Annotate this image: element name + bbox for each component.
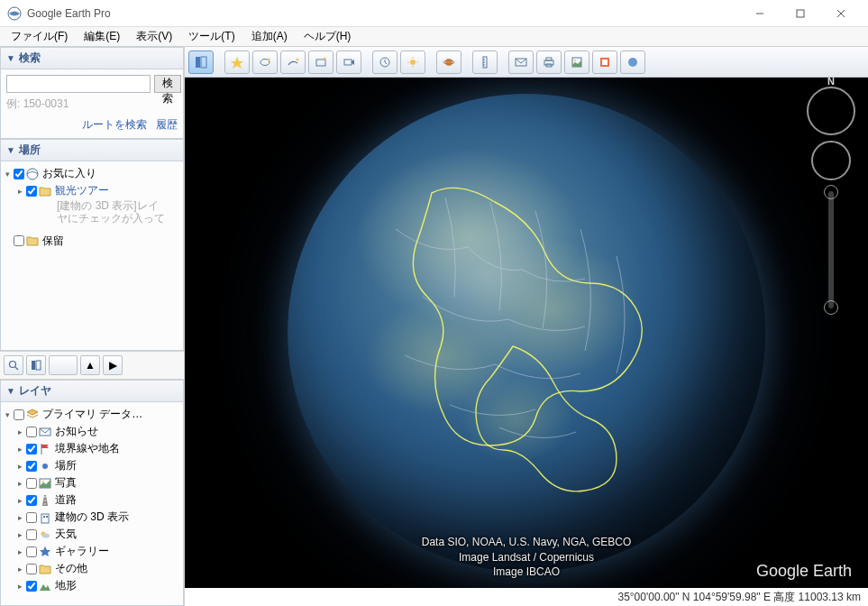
layer-checkbox[interactable]	[26, 564, 37, 574]
layer-item[interactable]: ▸道路	[3, 491, 181, 509]
layer-label: 建物の 3D 表示	[53, 510, 131, 525]
menu-add[interactable]: 追加(A)	[244, 27, 295, 46]
map-view[interactable]: N Data SIO, NOAA, U.S. Navy, NGA, GEBCO …	[185, 78, 868, 606]
maximize-button[interactable]	[780, 1, 820, 26]
tree-tour[interactable]: ▸ 観光ツアー	[3, 182, 181, 199]
ruler-button[interactable]	[472, 50, 498, 74]
layer-item[interactable]: ▸境界線や地名	[3, 440, 181, 457]
close-button[interactable]	[820, 1, 861, 26]
route-link[interactable]: ルートを検索	[82, 117, 147, 133]
layer-checkbox[interactable]	[26, 444, 37, 454]
layers-panel-header[interactable]: ▼レイヤ	[0, 380, 184, 402]
history-link[interactable]: 履歴	[156, 117, 178, 133]
menu-help[interactable]: ヘルプ(H)	[297, 27, 359, 46]
search-button[interactable]: 検索	[154, 75, 181, 93]
tree-pending[interactable]: 保留	[3, 233, 181, 250]
polygon-button[interactable]	[252, 50, 278, 74]
layer-item[interactable]: ▸お知らせ	[3, 423, 181, 440]
path-button[interactable]	[280, 50, 306, 74]
sphere-button[interactable]	[620, 50, 645, 74]
dot-icon	[39, 460, 51, 473]
play-button[interactable]: ▶	[103, 355, 123, 375]
overlay-button[interactable]	[308, 50, 333, 74]
svg-point-24	[268, 58, 270, 60]
svg-rect-43	[546, 58, 552, 60]
primary-checkbox[interactable]	[14, 409, 24, 420]
places-header-label: 場所	[19, 142, 41, 158]
layer-label: その他	[53, 561, 89, 576]
svg-point-27	[324, 57, 326, 60]
layer-item[interactable]: ▸地形	[3, 577, 181, 594]
layer-checkbox[interactable]	[26, 427, 37, 437]
svg-point-25	[297, 58, 299, 60]
tour-checkbox[interactable]	[26, 186, 37, 197]
print-button[interactable]	[536, 50, 562, 74]
view-in-maps-button[interactable]	[592, 50, 617, 74]
zoom-slider[interactable]	[828, 191, 834, 308]
layer-item[interactable]: ▸天気	[3, 526, 181, 543]
layers-icon	[26, 409, 39, 421]
layer-item[interactable]: ▸建物の 3D 表示	[3, 509, 181, 526]
planet-button[interactable]	[436, 50, 461, 74]
folder-icon	[39, 563, 51, 575]
menu-edit[interactable]: 編集(E)	[77, 27, 127, 46]
record-tour-button[interactable]	[336, 50, 361, 74]
layer-checkbox[interactable]	[26, 581, 37, 592]
svg-rect-17	[43, 516, 45, 518]
move-ring[interactable]	[811, 141, 851, 180]
minimize-button[interactable]	[739, 1, 780, 26]
menu-view[interactable]: 表示(V)	[129, 27, 179, 46]
places-panel-header[interactable]: ▼場所	[0, 139, 184, 161]
svg-point-49	[628, 58, 637, 67]
history-button[interactable]	[372, 50, 397, 74]
favorites-checkbox[interactable]	[14, 169, 24, 179]
folder-icon	[39, 185, 51, 197]
panel-toggle-button[interactable]	[26, 355, 46, 375]
slider-button[interactable]	[49, 355, 78, 375]
layer-item[interactable]: ▸その他	[3, 560, 181, 577]
layer-item[interactable]: ▸場所	[3, 457, 181, 474]
svg-rect-48	[602, 60, 608, 65]
up-button[interactable]: ▲	[80, 355, 100, 375]
globe[interactable]	[288, 94, 765, 572]
layer-label: 写真	[53, 475, 78, 491]
search-input[interactable]	[6, 75, 151, 93]
search-panel-header[interactable]: ▼検索	[0, 47, 184, 69]
nav-controls: N	[805, 87, 857, 308]
app-icon	[7, 6, 22, 21]
svg-rect-18	[46, 516, 48, 518]
menu-tools[interactable]: ツール(T)	[181, 27, 242, 46]
main-area: N Data SIO, NOAA, U.S. Navy, NGA, GEBCO …	[185, 47, 868, 606]
photo-icon	[39, 477, 51, 490]
save-image-button[interactable]	[564, 50, 589, 74]
tour-desc: [建物の 3D 表示]レイヤにチェックが入って	[3, 199, 181, 225]
layer-checkbox[interactable]	[26, 529, 37, 540]
email-button[interactable]	[508, 50, 534, 74]
search-places-button[interactable]	[4, 355, 23, 375]
tree-favorites[interactable]: ▾ お気に入り	[3, 165, 181, 182]
placemark-button[interactable]	[224, 50, 250, 74]
svg-point-35	[445, 59, 452, 66]
layers-header-label: レイヤ	[19, 383, 51, 399]
layer-label: 天気	[53, 527, 78, 542]
layer-item[interactable]: ▸ギャラリー	[3, 543, 181, 560]
watermark: Google Earth	[756, 562, 852, 581]
svg-point-30	[410, 60, 416, 65]
layer-item[interactable]: ▸写真	[3, 474, 181, 491]
terrain-icon	[39, 580, 51, 592]
sidebar-toggle-button[interactable]	[188, 50, 214, 74]
tree-primary[interactable]: ▾ プライマリ データ…	[3, 406, 181, 423]
layer-checkbox[interactable]	[26, 478, 37, 489]
layer-checkbox[interactable]	[26, 461, 37, 472]
layer-checkbox[interactable]	[26, 512, 37, 523]
sunlight-button[interactable]	[400, 50, 425, 74]
pending-checkbox[interactable]	[14, 235, 24, 246]
weather-icon	[39, 528, 51, 541]
north-label: N	[827, 78, 835, 87]
svg-rect-2	[797, 10, 804, 17]
look-ring[interactable]: N	[807, 87, 855, 135]
layer-checkbox[interactable]	[26, 546, 37, 557]
menu-file[interactable]: ファイル(F)	[4, 27, 75, 46]
search-panel: 検索 例: 150-0031 ルートを検索 履歴	[0, 69, 184, 139]
layer-checkbox[interactable]	[26, 495, 37, 506]
